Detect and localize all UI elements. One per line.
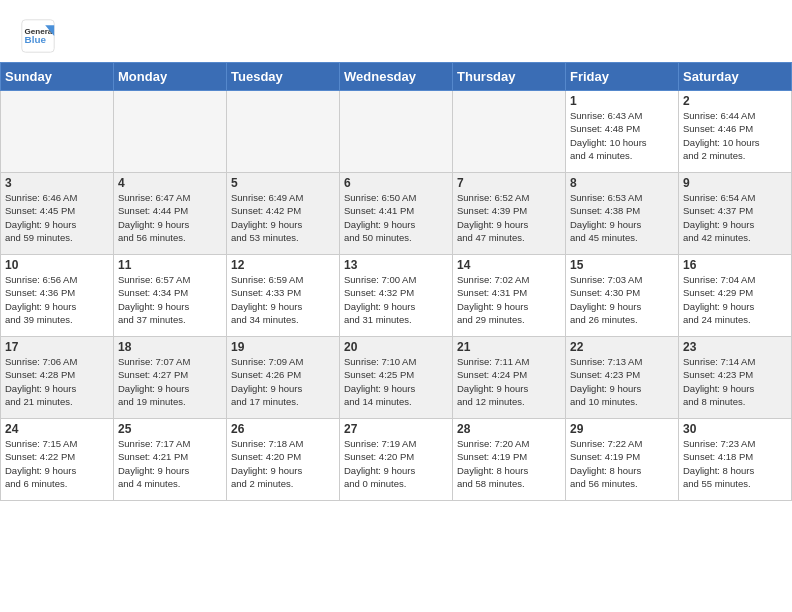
day-info: Sunrise: 7:13 AM Sunset: 4:23 PM Dayligh… [570,355,674,408]
calendar-cell: 15Sunrise: 7:03 AM Sunset: 4:30 PM Dayli… [566,255,679,337]
calendar-cell: 14Sunrise: 7:02 AM Sunset: 4:31 PM Dayli… [453,255,566,337]
calendar-week-5: 24Sunrise: 7:15 AM Sunset: 4:22 PM Dayli… [1,419,792,501]
day-number: 21 [457,340,561,354]
calendar-cell: 23Sunrise: 7:14 AM Sunset: 4:23 PM Dayli… [679,337,792,419]
calendar-cell [340,91,453,173]
page-header: General Blue [0,0,792,62]
calendar-cell: 17Sunrise: 7:06 AM Sunset: 4:28 PM Dayli… [1,337,114,419]
day-info: Sunrise: 7:06 AM Sunset: 4:28 PM Dayligh… [5,355,109,408]
day-number: 5 [231,176,335,190]
day-info: Sunrise: 6:57 AM Sunset: 4:34 PM Dayligh… [118,273,222,326]
day-number: 19 [231,340,335,354]
calendar-cell: 4Sunrise: 6:47 AM Sunset: 4:44 PM Daylig… [114,173,227,255]
day-number: 22 [570,340,674,354]
calendar-cell: 30Sunrise: 7:23 AM Sunset: 4:18 PM Dayli… [679,419,792,501]
calendar-header-monday: Monday [114,63,227,91]
day-number: 15 [570,258,674,272]
calendar-cell: 2Sunrise: 6:44 AM Sunset: 4:46 PM Daylig… [679,91,792,173]
day-info: Sunrise: 7:14 AM Sunset: 4:23 PM Dayligh… [683,355,787,408]
day-number: 7 [457,176,561,190]
calendar-cell: 21Sunrise: 7:11 AM Sunset: 4:24 PM Dayli… [453,337,566,419]
day-number: 14 [457,258,561,272]
day-number: 23 [683,340,787,354]
calendar-cell [114,91,227,173]
calendar-week-4: 17Sunrise: 7:06 AM Sunset: 4:28 PM Dayli… [1,337,792,419]
day-info: Sunrise: 7:11 AM Sunset: 4:24 PM Dayligh… [457,355,561,408]
day-info: Sunrise: 6:50 AM Sunset: 4:41 PM Dayligh… [344,191,448,244]
day-info: Sunrise: 7:10 AM Sunset: 4:25 PM Dayligh… [344,355,448,408]
calendar-cell: 29Sunrise: 7:22 AM Sunset: 4:19 PM Dayli… [566,419,679,501]
calendar-week-2: 3Sunrise: 6:46 AM Sunset: 4:45 PM Daylig… [1,173,792,255]
calendar-cell: 16Sunrise: 7:04 AM Sunset: 4:29 PM Dayli… [679,255,792,337]
day-number: 11 [118,258,222,272]
calendar-cell [453,91,566,173]
day-info: Sunrise: 7:09 AM Sunset: 4:26 PM Dayligh… [231,355,335,408]
calendar-header-friday: Friday [566,63,679,91]
day-number: 1 [570,94,674,108]
day-number: 27 [344,422,448,436]
calendar-table: SundayMondayTuesdayWednesdayThursdayFrid… [0,62,792,501]
calendar-header-sunday: Sunday [1,63,114,91]
day-number: 17 [5,340,109,354]
calendar-week-1: 1Sunrise: 6:43 AM Sunset: 4:48 PM Daylig… [1,91,792,173]
svg-text:Blue: Blue [25,34,47,45]
day-number: 13 [344,258,448,272]
day-info: Sunrise: 7:17 AM Sunset: 4:21 PM Dayligh… [118,437,222,490]
calendar-cell: 18Sunrise: 7:07 AM Sunset: 4:27 PM Dayli… [114,337,227,419]
day-info: Sunrise: 6:46 AM Sunset: 4:45 PM Dayligh… [5,191,109,244]
logo-icon: General Blue [20,18,56,54]
day-info: Sunrise: 6:44 AM Sunset: 4:46 PM Dayligh… [683,109,787,162]
day-info: Sunrise: 7:04 AM Sunset: 4:29 PM Dayligh… [683,273,787,326]
day-number: 16 [683,258,787,272]
day-info: Sunrise: 7:03 AM Sunset: 4:30 PM Dayligh… [570,273,674,326]
calendar-cell: 20Sunrise: 7:10 AM Sunset: 4:25 PM Dayli… [340,337,453,419]
day-number: 29 [570,422,674,436]
calendar-cell: 10Sunrise: 6:56 AM Sunset: 4:36 PM Dayli… [1,255,114,337]
day-number: 28 [457,422,561,436]
day-number: 25 [118,422,222,436]
calendar-header-saturday: Saturday [679,63,792,91]
calendar-cell: 19Sunrise: 7:09 AM Sunset: 4:26 PM Dayli… [227,337,340,419]
day-info: Sunrise: 6:59 AM Sunset: 4:33 PM Dayligh… [231,273,335,326]
day-number: 10 [5,258,109,272]
day-number: 12 [231,258,335,272]
day-info: Sunrise: 7:19 AM Sunset: 4:20 PM Dayligh… [344,437,448,490]
calendar-cell: 24Sunrise: 7:15 AM Sunset: 4:22 PM Dayli… [1,419,114,501]
calendar-header-wednesday: Wednesday [340,63,453,91]
calendar-cell [1,91,114,173]
day-number: 24 [5,422,109,436]
day-info: Sunrise: 7:22 AM Sunset: 4:19 PM Dayligh… [570,437,674,490]
calendar-cell: 5Sunrise: 6:49 AM Sunset: 4:42 PM Daylig… [227,173,340,255]
calendar-cell: 6Sunrise: 6:50 AM Sunset: 4:41 PM Daylig… [340,173,453,255]
calendar-cell: 22Sunrise: 7:13 AM Sunset: 4:23 PM Dayli… [566,337,679,419]
calendar-cell: 27Sunrise: 7:19 AM Sunset: 4:20 PM Dayli… [340,419,453,501]
day-number: 30 [683,422,787,436]
day-number: 20 [344,340,448,354]
calendar-week-3: 10Sunrise: 6:56 AM Sunset: 4:36 PM Dayli… [1,255,792,337]
day-info: Sunrise: 6:49 AM Sunset: 4:42 PM Dayligh… [231,191,335,244]
logo: General Blue [20,18,56,54]
day-number: 2 [683,94,787,108]
calendar-cell: 13Sunrise: 7:00 AM Sunset: 4:32 PM Dayli… [340,255,453,337]
day-number: 18 [118,340,222,354]
day-info: Sunrise: 6:43 AM Sunset: 4:48 PM Dayligh… [570,109,674,162]
calendar-cell: 28Sunrise: 7:20 AM Sunset: 4:19 PM Dayli… [453,419,566,501]
day-info: Sunrise: 6:47 AM Sunset: 4:44 PM Dayligh… [118,191,222,244]
calendar-header-tuesday: Tuesday [227,63,340,91]
calendar-cell: 25Sunrise: 7:17 AM Sunset: 4:21 PM Dayli… [114,419,227,501]
calendar-header-row: SundayMondayTuesdayWednesdayThursdayFrid… [1,63,792,91]
calendar-cell: 26Sunrise: 7:18 AM Sunset: 4:20 PM Dayli… [227,419,340,501]
day-number: 8 [570,176,674,190]
day-info: Sunrise: 6:54 AM Sunset: 4:37 PM Dayligh… [683,191,787,244]
day-info: Sunrise: 6:53 AM Sunset: 4:38 PM Dayligh… [570,191,674,244]
day-info: Sunrise: 7:02 AM Sunset: 4:31 PM Dayligh… [457,273,561,326]
calendar-cell [227,91,340,173]
day-info: Sunrise: 7:07 AM Sunset: 4:27 PM Dayligh… [118,355,222,408]
day-number: 4 [118,176,222,190]
day-info: Sunrise: 7:18 AM Sunset: 4:20 PM Dayligh… [231,437,335,490]
day-number: 3 [5,176,109,190]
day-number: 6 [344,176,448,190]
calendar-cell: 11Sunrise: 6:57 AM Sunset: 4:34 PM Dayli… [114,255,227,337]
day-info: Sunrise: 6:52 AM Sunset: 4:39 PM Dayligh… [457,191,561,244]
day-number: 26 [231,422,335,436]
